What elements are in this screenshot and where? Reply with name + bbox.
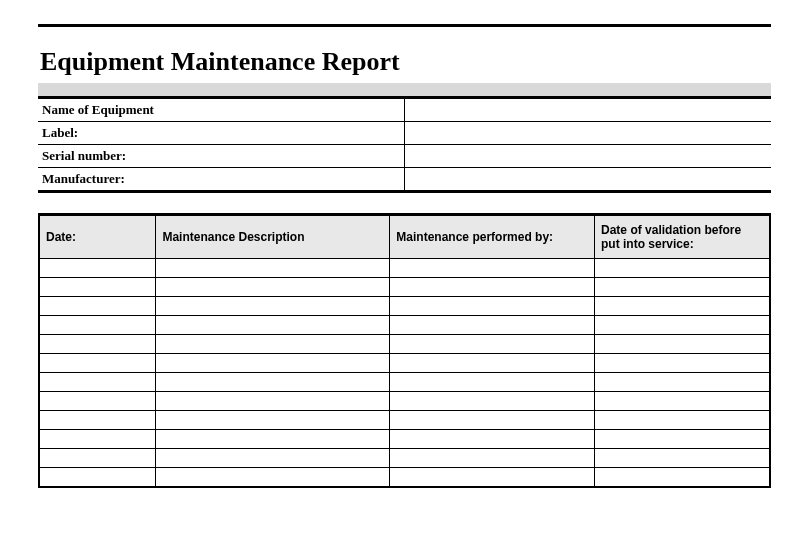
cell-date: [39, 278, 156, 297]
cell-validation: [595, 411, 770, 430]
info-row-name: Name of Equipment: [38, 99, 771, 122]
info-row-manufacturer: Manufacturer:: [38, 168, 771, 192]
cell-validation: [595, 392, 770, 411]
cell-date: [39, 297, 156, 316]
serial-number-label: Serial number:: [38, 145, 405, 168]
table-row: [39, 392, 770, 411]
cell-description: [156, 316, 390, 335]
cell-date: [39, 316, 156, 335]
cell-performed-by: [390, 259, 595, 278]
table-row: [39, 449, 770, 468]
cell-validation: [595, 449, 770, 468]
cell-date: [39, 468, 156, 487]
cell-date: [39, 373, 156, 392]
table-row: [39, 278, 770, 297]
header-performed-by: Maintenance performed by:: [390, 215, 595, 259]
cell-validation: [595, 354, 770, 373]
label-value: [405, 122, 772, 145]
serial-number-value: [405, 145, 772, 168]
log-header-row: Date: Maintenance Description Maintenanc…: [39, 215, 770, 259]
cell-description: [156, 373, 390, 392]
cell-performed-by: [390, 468, 595, 487]
cell-performed-by: [390, 411, 595, 430]
cell-description: [156, 278, 390, 297]
cell-description: [156, 411, 390, 430]
cell-description: [156, 354, 390, 373]
info-row-label: Label:: [38, 122, 771, 145]
cell-date: [39, 335, 156, 354]
cell-date: [39, 430, 156, 449]
info-row-serial: Serial number:: [38, 145, 771, 168]
cell-performed-by: [390, 335, 595, 354]
cell-description: [156, 259, 390, 278]
cell-date: [39, 392, 156, 411]
manufacturer-label: Manufacturer:: [38, 168, 405, 192]
cell-date: [39, 411, 156, 430]
header-description: Maintenance Description: [156, 215, 390, 259]
table-row: [39, 259, 770, 278]
cell-performed-by: [390, 373, 595, 392]
title-gray-bar: [38, 83, 771, 99]
cell-validation: [595, 335, 770, 354]
header-validation: Date of validation before put into servi…: [595, 215, 770, 259]
table-row: [39, 373, 770, 392]
table-row: [39, 430, 770, 449]
cell-date: [39, 259, 156, 278]
equipment-info-table: Name of Equipment Label: Serial number: …: [38, 99, 771, 193]
name-of-equipment-value: [405, 99, 772, 122]
cell-date: [39, 354, 156, 373]
manufacturer-value: [405, 168, 772, 192]
cell-description: [156, 392, 390, 411]
table-row: [39, 468, 770, 487]
cell-description: [156, 430, 390, 449]
cell-validation: [595, 278, 770, 297]
cell-description: [156, 335, 390, 354]
label-label: Label:: [38, 122, 405, 145]
maintenance-log-table: Date: Maintenance Description Maintenanc…: [38, 213, 771, 488]
section-spacer: [38, 193, 771, 213]
cell-description: [156, 449, 390, 468]
header-date: Date:: [39, 215, 156, 259]
cell-validation: [595, 373, 770, 392]
top-rule: [38, 24, 771, 27]
cell-validation: [595, 468, 770, 487]
log-body: [39, 259, 770, 487]
cell-validation: [595, 316, 770, 335]
cell-description: [156, 297, 390, 316]
cell-validation: [595, 297, 770, 316]
cell-performed-by: [390, 297, 595, 316]
cell-performed-by: [390, 354, 595, 373]
report-title: Equipment Maintenance Report: [38, 47, 771, 77]
cell-performed-by: [390, 278, 595, 297]
cell-performed-by: [390, 316, 595, 335]
table-row: [39, 354, 770, 373]
cell-performed-by: [390, 392, 595, 411]
table-row: [39, 411, 770, 430]
table-row: [39, 297, 770, 316]
cell-description: [156, 468, 390, 487]
document-container: Equipment Maintenance Report Name of Equ…: [38, 24, 771, 488]
cell-date: [39, 449, 156, 468]
cell-validation: [595, 430, 770, 449]
name-of-equipment-label: Name of Equipment: [38, 99, 405, 122]
table-row: [39, 335, 770, 354]
cell-validation: [595, 259, 770, 278]
cell-performed-by: [390, 449, 595, 468]
cell-performed-by: [390, 430, 595, 449]
table-row: [39, 316, 770, 335]
